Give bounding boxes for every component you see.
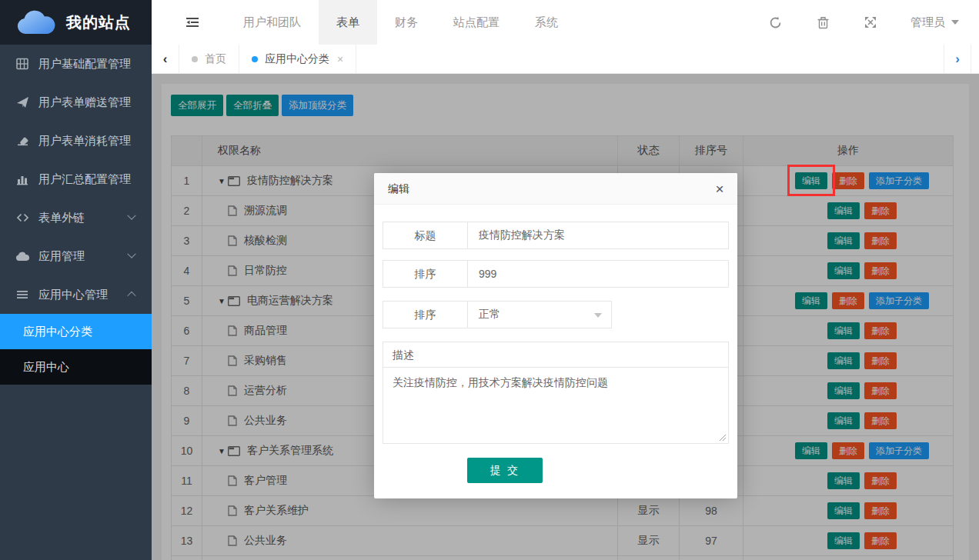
send-icon	[15, 96, 30, 108]
main-content: 全部展开全部折叠添加顶级分类 权限名称 状态 排序号 操作 1▼疫情防控解决方案…	[152, 74, 979, 560]
top-nav: 用户和团队表单财务站点配置系统	[152, 0, 979, 45]
chevron-down-icon	[594, 313, 602, 318]
top-nav-right: 管理员	[767, 0, 979, 45]
description-label: 描述	[383, 342, 729, 368]
field-label: 标题	[383, 222, 468, 248]
sidebar-item-label: 用户汇总配置管理	[38, 172, 131, 187]
app-window: 我的站点 用户和团队表单财务站点配置系统	[0, 0, 979, 560]
sidebar-item-label: 用户表单赠送管理	[38, 95, 131, 110]
collapse-sidebar-icon[interactable]	[184, 0, 201, 45]
sidebar-subitem-0[interactable]: 应用中心分类	[0, 314, 152, 349]
refresh-icon[interactable]	[767, 0, 783, 45]
title-input[interactable]	[479, 229, 717, 242]
tab-home-label: 首页	[205, 52, 226, 66]
field-label: 排序	[383, 302, 468, 328]
tab-active-label: 应用中心分类	[265, 52, 329, 66]
submit-button[interactable]: 提 交	[467, 458, 543, 483]
field-input-wrap	[468, 261, 728, 287]
sidebar-item-label: 应用管理	[38, 249, 85, 264]
tab-app-center-category[interactable]: 应用中心分类 ×	[239, 45, 356, 74]
nav-item-2[interactable]: 财务	[377, 0, 436, 45]
sort-input[interactable]	[479, 268, 717, 280]
resize-handle-icon[interactable]	[719, 434, 727, 442]
select-value: 正常	[479, 308, 500, 322]
chevron-down-icon	[127, 250, 135, 258]
status-select[interactable]: 正常	[468, 302, 611, 328]
form-group-2: 排序正常	[383, 301, 612, 328]
sidebar-item-0[interactable]: 用户基础配置管理	[0, 45, 152, 83]
tabs-scroll-right-icon[interactable]: ›	[944, 45, 971, 74]
top-nav-items: 用户和团队表单财务站点配置系统	[226, 0, 576, 45]
chevron-down-icon	[127, 212, 135, 220]
dialog-close-icon[interactable]: ×	[702, 173, 737, 205]
sidebar-subitem-1[interactable]: 应用中心	[0, 349, 152, 385]
chart-icon	[15, 174, 30, 185]
nav-item-4[interactable]: 系统	[517, 0, 576, 45]
field-label: 排序	[383, 261, 468, 287]
description-wrap	[383, 367, 729, 444]
tab-bar: ‹ 首页 应用中心分类 × ›	[152, 45, 979, 74]
sidebar: 用户基础配置管理用户表单赠送管理用户表单消耗管理用户汇总配置管理表单外链应用管理…	[0, 45, 152, 560]
edit-dialog: 编辑 × 标题排序排序正常 描述 提 交	[374, 173, 737, 498]
sidebar-item-4[interactable]: 表单外链	[0, 198, 152, 237]
nav-item-0[interactable]: 用户和团队	[226, 0, 319, 45]
trash-icon[interactable]	[815, 0, 830, 45]
sidebar-item-label: 用户表单消耗管理	[38, 134, 131, 148]
logo: 我的站点	[0, 0, 152, 45]
sidebar-item-label: 表单外链	[38, 211, 85, 225]
list-icon	[15, 290, 30, 299]
sidebar-item-1[interactable]: 用户表单赠送管理	[0, 83, 152, 122]
description-textarea[interactable]	[383, 368, 728, 443]
nav-item-3[interactable]: 站点配置	[436, 0, 517, 45]
admin-dropdown[interactable]: 管理员	[911, 0, 959, 45]
top-bar: 我的站点 用户和团队表单财务站点配置系统	[0, 0, 979, 45]
field-input-wrap	[468, 222, 728, 248]
site-title: 我的站点	[66, 12, 131, 33]
sidebar-item-3[interactable]: 用户汇总配置管理	[0, 160, 152, 198]
sidebar-item-2[interactable]: 用户表单消耗管理	[0, 122, 152, 160]
sidebar-item-5[interactable]: 应用管理	[0, 237, 152, 275]
sidebar-item-6[interactable]: 应用中心管理	[0, 275, 152, 314]
grid-icon	[15, 58, 30, 70]
admin-label: 管理员	[911, 15, 945, 30]
cloud-logo-icon	[15, 8, 55, 36]
tabs-scroll-left-icon[interactable]: ‹	[152, 45, 179, 74]
cloud-icon	[15, 252, 30, 262]
eraser-icon	[15, 135, 30, 146]
tab-close-icon[interactable]: ×	[337, 53, 343, 65]
form-group-1: 排序	[383, 260, 729, 288]
sidebar-item-label: 应用中心管理	[38, 288, 108, 302]
dialog-title: 编辑	[374, 173, 737, 205]
sidebar-item-label: 用户基础配置管理	[38, 57, 131, 72]
link-icon	[15, 212, 30, 223]
tab-dot-icon	[192, 56, 198, 62]
form-group-0: 标题	[383, 222, 729, 249]
sidebar-subitem-label: 应用中心	[23, 360, 69, 375]
fullscreen-icon[interactable]	[863, 0, 878, 45]
chevron-up-icon	[127, 292, 135, 300]
tab-dot-icon	[252, 56, 258, 62]
sidebar-subitem-label: 应用中心分类	[23, 325, 92, 339]
chevron-down-icon	[951, 20, 959, 25]
nav-item-1[interactable]: 表单	[319, 0, 377, 45]
tab-home[interactable]: 首页	[179, 45, 239, 74]
